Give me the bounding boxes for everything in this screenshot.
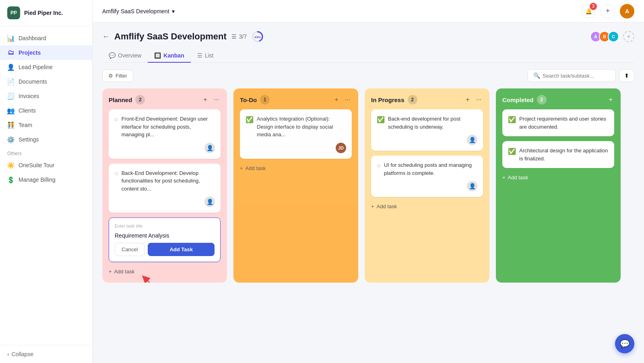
task-counter-value: 3/7	[239, 33, 247, 40]
add-task-label-text: Add task	[114, 269, 135, 275]
kanban-card[interactable]: ✅ Architectural design for the applicati…	[502, 141, 614, 168]
main-area: Amflify SaaS Development ▾ 🔔 3 + A ← Amf…	[93, 0, 644, 363]
kanban-col-inprogress: In Progress 2 + ··· ✅ Back-end developme…	[365, 88, 489, 283]
page-header: ← Amflify SaaS Development ☰ 3/7 43% A B…	[102, 31, 634, 43]
card-header: ✅ Architectural design for the applicati…	[508, 147, 609, 162]
col-inprogress-title: In Progress	[371, 96, 405, 103]
settings-icon: ⚙️	[7, 136, 14, 143]
sidebar-item-label: Manage Billing	[19, 176, 56, 183]
col-planned-add-button[interactable]: +	[202, 95, 208, 104]
chat-fab-button[interactable]: 💬	[615, 334, 634, 353]
sidebar-item-manage-billing[interactable]: 💲 Manage Billing	[0, 172, 92, 187]
card-footer: 👤	[114, 143, 215, 153]
kanban-card[interactable]: ✅ Project requirements and user stories …	[502, 109, 614, 136]
svg-text:43%: 43%	[254, 35, 261, 39]
col-inprogress-header: In Progress 2 + ···	[371, 95, 483, 105]
notification-button[interactable]: 🔔 3	[581, 4, 596, 18]
dashboard-icon: 📊	[7, 35, 14, 42]
sidebar-item-clients[interactable]: 👥 Clients	[0, 103, 92, 118]
kanban-card[interactable]: ○ UI for scheduling posts and managing p…	[371, 156, 483, 197]
tab-kanban[interactable]: 🔲 Kanban	[148, 49, 190, 63]
tab-kanban-label: Kanban	[163, 52, 184, 59]
kanban-col-planned: Planned 2 + ··· ○ Front-End Development:…	[102, 88, 227, 283]
col-completed-add-button[interactable]: +	[607, 95, 614, 104]
logo-icon: PP	[7, 6, 20, 19]
add-task-row[interactable]: + Add task	[371, 202, 483, 211]
clients-icon: 👥	[7, 107, 14, 114]
sidebar-item-lead-pipeline[interactable]: 👤 Lead Pipeline	[0, 60, 92, 74]
card-text: Front-End Development: Design user inter…	[122, 115, 215, 139]
check-done-icon: ✅	[246, 116, 254, 123]
add-task-label-text: Add task	[377, 203, 397, 209]
task-counter: ☰ 3/7	[231, 33, 247, 40]
col-inprogress-add-button[interactable]: +	[464, 95, 471, 104]
col-completed-header: Completed 2 +	[502, 95, 614, 105]
kanban-card[interactable]: ○ Front-End Development: Design user int…	[109, 109, 221, 159]
add-task-input-label: Enter task title	[115, 224, 215, 228]
sidebar-item-dashboard[interactable]: 📊 Dashboard	[0, 31, 92, 45]
notification-badge: 3	[590, 3, 597, 10]
sidebar-item-projects[interactable]: 🗂 Projects	[0, 45, 92, 60]
search-input[interactable]	[543, 73, 607, 79]
plus-icon: +	[502, 174, 506, 180]
topbar-right: 🔔 3 + A	[581, 4, 634, 18]
col-planned-title: Planned	[109, 96, 132, 103]
kanban-card[interactable]: ○ Back-End Development: Develop function…	[109, 164, 221, 213]
kanban-tab-icon: 🔲	[154, 52, 161, 59]
tab-overview-label: Overview	[118, 52, 141, 59]
cancel-add-task-button[interactable]: Cancel	[115, 243, 144, 256]
card-header: ○ UI for scheduling posts and managing p…	[377, 161, 477, 177]
list-tab-icon: ☰	[197, 52, 202, 59]
col-todo-more-button[interactable]: ···	[343, 95, 352, 104]
sidebar-item-onesuite-tour[interactable]: ☀️ OneSuite Tour	[0, 158, 92, 172]
collapse-button[interactable]: ‹ Collapse	[0, 345, 92, 363]
add-task-row[interactable]: + Add task	[109, 267, 221, 276]
billing-icon: 💲	[7, 176, 14, 183]
check-circle-icon: ○	[377, 162, 381, 169]
sidebar-item-label: Dashboard	[19, 35, 46, 41]
project-selector[interactable]: Amflify SaaS Development ▾	[102, 8, 175, 14]
kanban-card[interactable]: ✅ Analytics Integration (Optional): Desi…	[240, 109, 352, 159]
kanban-card[interactable]: ✅ Back-end development for post scheduli…	[371, 109, 483, 151]
invite-member-button[interactable]: +	[623, 31, 634, 42]
card-avatar: 👤	[467, 135, 477, 145]
page-header-right: A B C +	[590, 31, 634, 42]
sidebar-item-label: Clients	[19, 107, 36, 114]
sidebar-item-label: Projects	[19, 49, 41, 56]
sidebar-item-settings[interactable]: ⚙️ Settings	[0, 132, 92, 147]
tab-overview[interactable]: 💬 Overview	[102, 49, 148, 63]
export-icon: ⬆	[624, 72, 629, 79]
col-inprogress-more-button[interactable]: ···	[475, 95, 483, 104]
add-task-label-text: Add task	[246, 165, 266, 171]
confirm-add-task-button[interactable]: Add Task	[148, 243, 215, 256]
sidebar-item-documents[interactable]: 📄 Documents	[0, 74, 92, 89]
card-avatar: JD	[336, 143, 346, 153]
add-task-row[interactable]: + Add task	[240, 164, 352, 173]
back-button[interactable]: ←	[102, 33, 109, 41]
filter-button[interactable]: ⚙ Filter	[102, 70, 133, 82]
global-add-button[interactable]: +	[601, 4, 615, 18]
sidebar-item-label: Team	[19, 122, 32, 128]
col-inprogress-count: 2	[408, 95, 417, 105]
add-task-title-input[interactable]	[115, 232, 215, 239]
card-text: Back-End Development: Develop functional…	[122, 169, 215, 193]
plus-icon: +	[109, 269, 112, 275]
filter-icon: ⚙	[108, 73, 113, 79]
user-avatar[interactable]: A	[620, 4, 634, 18]
avatar-member-3: C	[608, 31, 619, 42]
chevron-down-icon: ▾	[172, 8, 175, 14]
col-completed-title: Completed	[502, 96, 534, 103]
export-button[interactable]: ⬆	[619, 69, 634, 82]
sidebar-item-team[interactable]: 🧑‍🤝‍🧑 Team	[0, 118, 92, 132]
check-done-icon: ✅	[508, 116, 516, 123]
sidebar-item-invoices[interactable]: 🧾 Invoices	[0, 89, 92, 103]
page-header-left: ← Amflify SaaS Development ☰ 3/7 43%	[102, 31, 264, 43]
col-planned-count: 2	[135, 95, 145, 105]
add-task-row[interactable]: + Add task	[502, 173, 614, 182]
card-header: ○ Back-End Development: Develop function…	[114, 169, 215, 193]
sidebar-item-label: Lead Pipeline	[19, 64, 53, 70]
add-task-row-container: + Add task	[109, 267, 221, 276]
col-planned-more-button[interactable]: ···	[212, 95, 221, 104]
tab-list[interactable]: ☰ List	[191, 49, 220, 63]
col-todo-add-button[interactable]: +	[333, 95, 340, 104]
